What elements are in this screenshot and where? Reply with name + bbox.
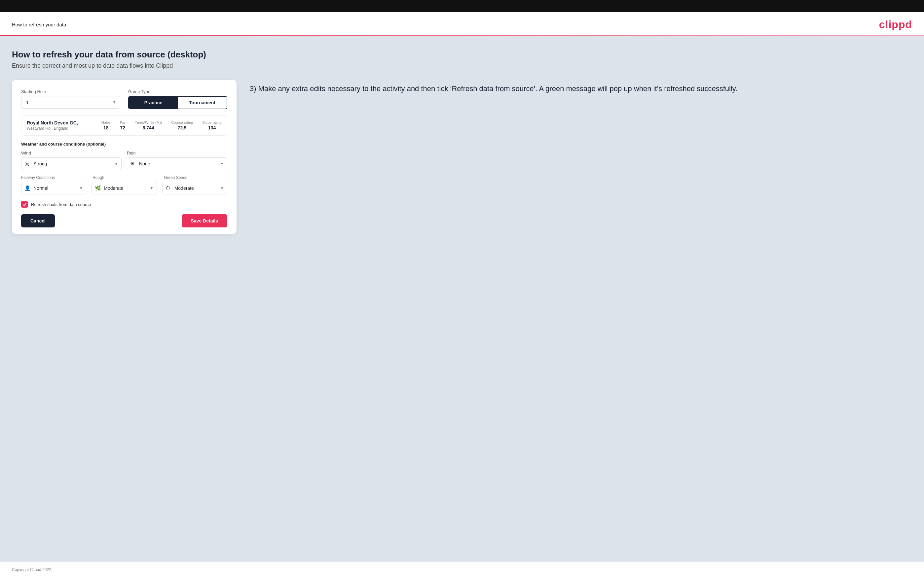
course-info-box: Royal North Devon GC, Westward Ho!, Engl… <box>21 115 227 136</box>
rain-select-wrapper[interactable]: ☀ None ▼ <box>127 158 227 170</box>
wind-group: Wind 🌬 Strong ▼ <box>21 150 121 170</box>
wind-rain-row: Wind 🌬 Strong ▼ Rain ☀ <box>21 150 227 170</box>
cancel-button[interactable]: Cancel <box>21 214 55 227</box>
wind-select[interactable]: Strong <box>21 158 121 170</box>
par-value: 72 <box>120 125 126 131</box>
rough-select-wrapper[interactable]: 🌿 Moderate ▼ <box>92 182 157 194</box>
slope-rating-value: 134 <box>208 125 216 131</box>
holes-value: 18 <box>103 125 109 131</box>
header-title: How to refresh your data <box>12 22 66 27</box>
game-type-group: Game Type Practice Tournament <box>128 89 227 109</box>
rain-label: Rain <box>127 150 227 155</box>
instruction-block: 3) Make any extra edits necessary to the… <box>250 80 912 94</box>
footer: Copyright Clippd 2022 <box>0 561 924 577</box>
course-rating-value: 72.5 <box>178 125 187 131</box>
instruction-text: 3) Make any extra edits necessary to the… <box>250 83 912 94</box>
stat-yards: Yards/White (M)) 6,744 <box>135 121 162 131</box>
logo: clippd <box>879 18 912 31</box>
starting-hole-group: Starting Hole 1 ▼ <box>21 89 120 109</box>
course-name-block: Royal North Devon GC, Westward Ho!, Engl… <box>27 120 102 131</box>
stat-holes: Holes 18 <box>102 121 111 131</box>
starting-hole-select[interactable]: 1 <box>21 96 120 109</box>
rough-select[interactable]: Moderate <box>92 182 157 194</box>
form-card: Starting Hole 1 ▼ Game Type Practice To <box>12 80 236 234</box>
content-area: How to refresh your data from source (de… <box>0 36 924 561</box>
starting-hole-select-wrapper[interactable]: 1 ▼ <box>21 96 120 109</box>
main-wrapper: How to refresh your data clippd How to r… <box>0 12 924 577</box>
footer-text: Copyright Clippd 2022 <box>12 567 51 572</box>
header: How to refresh your data clippd <box>0 12 924 31</box>
conditions-labels-row: Fairway Conditions Rough Green Speed <box>21 175 227 180</box>
holes-label: Holes <box>102 121 111 124</box>
course-name: Royal North Devon GC, <box>27 120 102 126</box>
save-button[interactable]: Save Details <box>182 214 228 227</box>
rain-select[interactable]: None <box>127 158 227 170</box>
action-row: Cancel Save Details <box>21 214 227 227</box>
stat-slope-rating: Slope rating 134 <box>202 121 222 131</box>
wind-label: Wind <box>21 150 121 155</box>
two-col-layout: Starting Hole 1 ▼ Game Type Practice To <box>12 80 912 234</box>
stat-course-rating: Course rating 72.5 <box>171 121 193 131</box>
rough-label: Rough <box>92 175 156 180</box>
refresh-row: Refresh shots from data source <box>21 201 227 208</box>
game-type-toggle: Practice Tournament <box>128 96 227 109</box>
green-speed-select-wrapper[interactable]: ⏱ Moderate ▼ <box>162 182 227 194</box>
page-title: How to refresh your data from source (de… <box>12 50 912 60</box>
wind-select-wrapper[interactable]: 🌬 Strong ▼ <box>21 158 121 170</box>
tournament-button[interactable]: Tournament <box>178 97 227 109</box>
yards-label: Yards/White (M)) <box>135 121 162 124</box>
slope-rating-label: Slope rating <box>202 121 222 124</box>
green-speed-select[interactable]: Moderate <box>162 182 227 194</box>
weather-section-title: Weather and course conditions (optional) <box>21 142 227 147</box>
game-type-label: Game Type <box>128 89 227 94</box>
fairway-select[interactable]: Normal <box>21 182 86 194</box>
course-stats: Holes 18 Par 72 Yards/White (M)) 6,744 <box>102 121 222 131</box>
starting-hole-label: Starting Hole <box>21 89 120 94</box>
fairway-label: Fairway Conditions <box>21 175 84 180</box>
refresh-label: Refresh shots from data source <box>31 202 91 207</box>
stat-par: Par 72 <box>120 121 126 131</box>
rain-group: Rain ☀ None ▼ <box>127 150 227 170</box>
conditions-row: 👤 Normal ▼ 🌿 Moderate ▼ ⏱ <box>21 182 227 194</box>
checkmark-icon <box>23 202 27 206</box>
page-subtitle: Ensure the correct and most up to date d… <box>12 62 912 69</box>
top-bar <box>0 0 924 12</box>
yards-value: 6,744 <box>143 125 154 131</box>
par-label: Par <box>120 121 126 124</box>
fairway-select-wrapper[interactable]: 👤 Normal ▼ <box>21 182 86 194</box>
course-location: Westward Ho!, England <box>27 126 102 131</box>
course-rating-label: Course rating <box>171 121 193 124</box>
refresh-checkbox[interactable] <box>21 201 28 208</box>
practice-button[interactable]: Practice <box>129 97 178 109</box>
green-speed-label: Green Speed <box>164 175 227 180</box>
row-starting-hole-game-type: Starting Hole 1 ▼ Game Type Practice To <box>21 89 227 109</box>
